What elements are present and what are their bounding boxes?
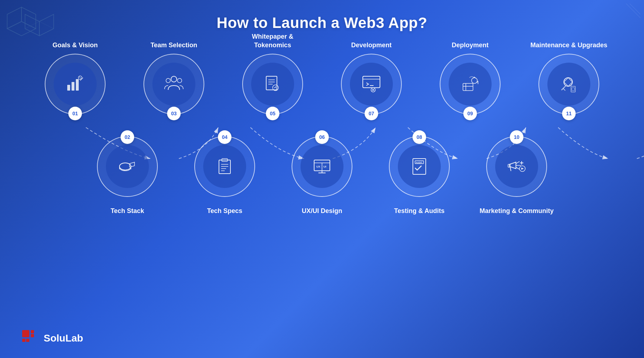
svg-rect-38 <box>572 88 575 91</box>
svg-rect-66 <box>22 330 29 337</box>
svg-line-15 <box>79 77 81 79</box>
node-11: Maintenance & Upgrades <box>530 32 608 115</box>
node-05-badge: 05 <box>266 107 279 120</box>
node-11-icon-bg <box>547 63 590 106</box>
node-06: 06 UX UI UX/UI Design <box>283 136 361 215</box>
svg-rect-26 <box>363 76 380 88</box>
node-02: 02 Tech Stack <box>88 136 167 215</box>
node-07-badge: 07 <box>365 107 378 120</box>
node-10-circle: 10 <box>486 136 547 197</box>
node-11-badge: 11 <box>562 107 576 120</box>
node-07-icon-bg <box>350 63 393 106</box>
node-07-label: Development <box>351 32 391 49</box>
node-01-icon-bg <box>54 63 97 106</box>
node-01-badge: 01 <box>68 107 82 120</box>
svg-marker-63 <box>521 168 524 170</box>
node-04-badge: 04 <box>218 130 231 144</box>
page-title: How to Launch a Web3 App? <box>0 0 644 32</box>
node-04-icon-bg <box>203 145 246 188</box>
document-icon <box>262 73 283 95</box>
svg-point-35 <box>472 78 477 83</box>
chart-goal-icon <box>64 73 86 95</box>
rocket-icon <box>459 73 481 95</box>
svg-line-39 <box>562 86 565 90</box>
node-09-label: Deployment <box>452 32 488 49</box>
node-06-badge: 06 <box>315 130 329 144</box>
svg-rect-68 <box>26 339 29 342</box>
node-05: Whitepaper & Tokenomics 05 <box>233 32 312 115</box>
svg-point-40 <box>119 163 131 170</box>
audit-icon: AUDIT <box>409 156 430 177</box>
node-05-icon-bg <box>251 63 294 106</box>
node-08-circle: 08 AUDIT <box>389 136 450 197</box>
node-08-badge: 08 <box>413 130 426 144</box>
node-03-icon-bg <box>152 63 195 106</box>
svg-rect-67 <box>22 339 25 342</box>
diagram-wrapper: Goals & Vision 01 Team Sele <box>18 32 626 215</box>
marketing-icon <box>506 156 527 177</box>
svg-point-16 <box>171 76 177 82</box>
node-09: Deployment 09 <box>431 32 509 115</box>
node-06-label: UX/UI Design <box>302 207 342 215</box>
bottom-row: 02 Tech Stack 04 <box>18 136 626 215</box>
node-11-label: Maintenance & Upgrades <box>530 32 607 49</box>
node-06-circle: 06 UX UI <box>292 136 352 197</box>
svg-rect-69 <box>31 330 34 333</box>
node-06-icon-bg: UX UI <box>301 145 343 188</box>
node-10-label: Marketing & Community <box>479 207 553 215</box>
node-01-label: Goals & Vision <box>53 32 98 49</box>
logo-text: SoluLab <box>44 333 83 344</box>
node-05-circle: 05 <box>242 54 303 115</box>
node-02-circle: 02 <box>97 136 158 197</box>
node-08: 08 AUDIT Testing & Audits <box>380 136 459 215</box>
ux-ui-icon: UX UI <box>311 156 333 177</box>
logo: SoluLab <box>21 329 83 347</box>
node-05-label: Whitepaper & Tokenomics <box>233 32 312 49</box>
top-row: Goals & Vision 01 Team Sele <box>18 32 626 115</box>
node-10-icon-bg <box>495 145 538 188</box>
node-01: Goals & Vision 01 <box>36 32 114 115</box>
svg-rect-32 <box>463 83 473 91</box>
node-11-circle: 11 <box>538 54 599 115</box>
team-icon <box>163 73 185 95</box>
code-icon <box>361 73 382 95</box>
svg-text:AUDIT: AUDIT <box>416 161 423 164</box>
logo-icon <box>21 329 39 347</box>
node-04-circle: 04 <box>194 136 255 197</box>
svg-rect-13 <box>76 79 79 91</box>
node-02-badge: 02 <box>121 130 134 144</box>
svg-point-18 <box>177 78 182 83</box>
node-04-label: Tech Specs <box>207 207 243 215</box>
node-09-icon-bg <box>449 63 492 106</box>
node-04: 04 Tech Specs <box>185 136 264 215</box>
tech-stack-icon <box>117 156 138 177</box>
node-02-label: Tech Stack <box>111 207 144 215</box>
specs-icon <box>214 156 235 177</box>
node-03-label: Team Selection <box>151 32 197 49</box>
node-07: Development 07 <box>332 32 411 115</box>
svg-point-36 <box>564 78 572 86</box>
node-03: Team Selection 03 <box>135 32 213 115</box>
node-08-icon-bg: AUDIT <box>398 145 441 188</box>
node-09-badge: 09 <box>463 107 477 120</box>
node-02-icon-bg <box>106 145 149 188</box>
node-03-badge: 03 <box>167 107 181 120</box>
node-03-circle: 03 <box>143 54 204 115</box>
node-10: 10 <box>477 136 556 215</box>
node-10-badge: 10 <box>510 130 523 144</box>
node-07-circle: 07 <box>341 54 402 115</box>
svg-point-17 <box>166 78 170 83</box>
svg-rect-11 <box>67 85 70 91</box>
svg-text:UX: UX <box>316 165 321 168</box>
svg-rect-70 <box>31 334 34 337</box>
svg-text:UI: UI <box>323 165 326 168</box>
node-08-label: Testing & Audits <box>394 207 445 215</box>
svg-rect-12 <box>72 82 74 91</box>
maintenance-icon <box>558 73 580 95</box>
node-01-circle: 01 <box>45 54 106 115</box>
svg-rect-44 <box>219 160 230 174</box>
node-09-circle: 09 <box>440 54 501 115</box>
